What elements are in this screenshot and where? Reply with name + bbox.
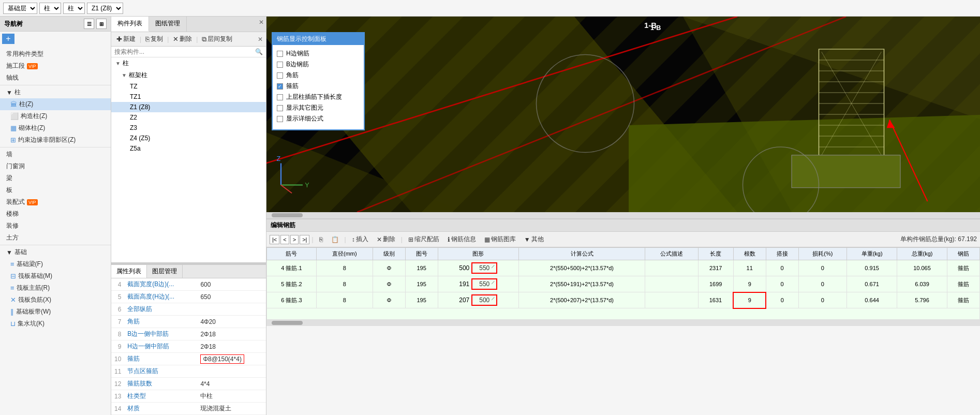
th-steel-type[interactable]: 钢筋 xyxy=(947,248,980,260)
close-middle-top[interactable]: ✕ xyxy=(257,17,266,32)
tree-item-z1z8[interactable]: Z1 (Z8) xyxy=(111,102,266,112)
tab-attrs-list[interactable]: 属性列表 xyxy=(111,265,147,278)
tab-component-list[interactable]: 构件列表 xyxy=(111,17,149,32)
nav-stairs[interactable]: 楼梯 xyxy=(0,208,111,220)
btn-delete-component[interactable]: ✕ 删除 xyxy=(171,34,194,45)
th-overlap[interactable]: 搭接 xyxy=(766,248,798,260)
layer-dropdown[interactable]: 基础层 xyxy=(3,3,37,14)
nav-last[interactable]: >| xyxy=(300,235,309,244)
btn-delete-steel[interactable]: ✕ 删除 xyxy=(373,233,399,245)
nav-add-button[interactable]: + xyxy=(2,34,14,44)
nav-next[interactable]: > xyxy=(290,235,299,244)
nav-beam[interactable]: 梁 xyxy=(0,172,111,184)
close-component-toolbar[interactable]: ✕ xyxy=(258,36,263,43)
nav-foundation-group[interactable]: ▼ 基础 xyxy=(0,246,111,258)
tree-item-column[interactable]: ▼ 柱 xyxy=(111,57,266,69)
checkbox-show-formula[interactable] xyxy=(277,116,283,122)
nav-axis[interactable]: 轴线 xyxy=(0,72,111,84)
sidebar-item-constraint[interactable]: ⊞ 约束边缘非阴影区(Z) xyxy=(0,134,111,146)
nav-earthwork[interactable]: 土方 xyxy=(0,232,111,244)
tab-drawing-management[interactable]: 图纸管理 xyxy=(149,17,187,32)
attr-value-corner[interactable]: 4Φ20 xyxy=(197,316,266,328)
checkbox-upper-insert[interactable] xyxy=(277,94,283,100)
table-row[interactable]: 5 箍筋.2 8 Φ 195 191 550 ⟋ 2*(550+191)+2*(… xyxy=(267,276,980,292)
attr-name-width[interactable]: 截面宽度(B边)(... xyxy=(124,278,197,291)
steel-table-container[interactable]: 筋号 直径(mm) 级别 图号 图形 计算公式 公式描述 长度 根数 搭接 损耗… xyxy=(266,247,980,320)
attr-value-stirrup[interactable]: Φ8@150(4*4) xyxy=(197,353,266,365)
attr-value-all-rebar[interactable] xyxy=(197,303,266,316)
attr-value-b-rebar[interactable]: 2Φ18 xyxy=(197,328,266,340)
sidebar-item-masonry-column[interactable]: ▦ 砌体柱(Z) xyxy=(0,122,111,134)
tree-item-tz1[interactable]: TZ1 xyxy=(111,92,266,102)
attr-name-material[interactable]: 材质 xyxy=(124,403,197,415)
btn-new-component[interactable]: ✚ 新建 xyxy=(114,34,138,45)
tab-layer-management[interactable]: 图层管理 xyxy=(147,265,183,278)
nav-prev[interactable]: < xyxy=(280,235,289,244)
steel-table-scrollbar[interactable] xyxy=(266,320,980,326)
nav-tree-view-btn[interactable]: ⊞ xyxy=(96,19,107,29)
viewport-scrollbar[interactable] xyxy=(266,212,980,218)
sidebar-item-raft[interactable]: ⊟ 筏板基础(M) xyxy=(0,270,111,282)
sidebar-item-construct-column[interactable]: ⬜ 构造柱(Z) xyxy=(0,110,111,122)
btn-copy-component[interactable]: ⎘ 复制 xyxy=(143,34,165,45)
sidebar-item-foundation-beam[interactable]: ≡ 基础梁(F) xyxy=(0,258,111,270)
btn-scale-rebar[interactable]: ⊞ 缩尺配筋 xyxy=(405,233,443,245)
attr-name-corner[interactable]: 角筋 xyxy=(124,316,197,328)
btn-paste-steel[interactable]: 📋 xyxy=(328,234,343,245)
steel-scrollbar-thumb[interactable] xyxy=(272,321,303,325)
th-unit-weight[interactable]: 单重(kg) xyxy=(847,248,897,260)
btn-copy-steel[interactable]: ⎘ xyxy=(316,234,326,245)
th-rebar-num[interactable]: 筋号 xyxy=(267,248,317,260)
tree-item-z5a[interactable]: Z5a xyxy=(111,143,266,154)
attr-value-width[interactable]: 600 xyxy=(197,278,266,291)
th-count[interactable]: 根数 xyxy=(733,248,766,260)
nav-common-types[interactable]: 常用构件类型 xyxy=(0,48,111,60)
nav-wall[interactable]: 墙 xyxy=(0,149,111,160)
btn-other[interactable]: ▼ 其他 xyxy=(521,233,547,245)
table-row[interactable]: 6 箍筋.3 8 Φ 195 207 500 ⟋ 2*(500+207)+2*(… xyxy=(267,292,980,308)
th-shape[interactable]: 图形 xyxy=(438,248,518,260)
btn-insert-steel[interactable]: ↕ 插入 xyxy=(348,233,372,245)
tree-item-z4z5[interactable]: Z4 (Z5) xyxy=(111,133,266,143)
attr-name-stirrup[interactable]: 箍筋 xyxy=(124,353,197,365)
nav-prefab[interactable]: 装配式 VIP xyxy=(0,196,111,208)
attr-value-height[interactable]: 650 xyxy=(197,291,266,303)
tree-item-frame-column[interactable]: ▼ 框架柱 xyxy=(111,69,266,81)
sidebar-item-raft-neg[interactable]: ✕ 筏板负筋(X) xyxy=(0,294,111,306)
btn-interlayer-copy[interactable]: ⧉ 层间复制 xyxy=(200,34,234,45)
sidebar-item-raft-main[interactable]: ≡ 筏板主筋(R) xyxy=(0,282,111,294)
attr-value-col-type[interactable]: 中柱 xyxy=(197,390,266,403)
table-row[interactable]: 4 箍筋.1 8 Φ 195 500 550 ⟋ 2*(550+500)+2*(… xyxy=(267,260,980,276)
th-loss[interactable]: 损耗(%) xyxy=(798,248,847,260)
attr-name-b-rebar[interactable]: B边一侧中部筋 xyxy=(124,328,197,340)
attr-value-stirrup-count[interactable]: 4*4 xyxy=(197,378,266,390)
checkbox-show-other[interactable] xyxy=(277,105,283,111)
sidebar-item-pit[interactable]: ⊔ 集水坑(K) xyxy=(0,318,111,330)
attr-value-node-stirrup[interactable] xyxy=(197,365,266,378)
scrollbar-thumb[interactable] xyxy=(272,213,303,217)
th-formula[interactable]: 计算公式 xyxy=(518,248,645,260)
nav-construction-stage[interactable]: 施工段 VIP xyxy=(0,60,111,72)
checkbox-h-rebar[interactable] xyxy=(277,51,283,57)
component-dropdown[interactable]: Z1 (Z8) xyxy=(87,3,123,14)
tree-item-tz[interactable]: TZ xyxy=(111,81,266,92)
attr-name-all-rebar[interactable]: 全部纵筋 xyxy=(124,303,197,316)
checkbox-corner[interactable] xyxy=(277,72,283,79)
th-diameter[interactable]: 直径(mm) xyxy=(316,248,373,260)
nav-first[interactable]: |< xyxy=(270,235,279,244)
attr-name-node-stirrup[interactable]: 节点区箍筋 xyxy=(124,365,197,378)
component-search-input[interactable] xyxy=(114,48,255,55)
sidebar-item-strip[interactable]: ‖ 基础板带(W) xyxy=(0,306,111,318)
sidebar-item-column-z[interactable]: 🏛 柱(Z) xyxy=(0,98,111,110)
attr-name-height[interactable]: 截面高度(H边)(... xyxy=(124,291,197,303)
btn-steel-library[interactable]: ▦ 钢筋图库 xyxy=(481,233,519,245)
attr-name-stirrup-count[interactable]: 箍筋肢数 xyxy=(124,378,197,390)
th-total-weight[interactable]: 总重(kg) xyxy=(897,248,947,260)
nav-finish[interactable]: 装修 xyxy=(0,220,111,232)
attr-name-h-rebar[interactable]: H边一侧中部筋 xyxy=(124,340,197,353)
nav-slab[interactable]: 板 xyxy=(0,184,111,196)
tree-item-z2[interactable]: Z2 xyxy=(111,112,266,123)
th-length[interactable]: 长度 xyxy=(698,248,733,260)
type-dropdown1[interactable]: 柱 xyxy=(39,3,61,14)
th-formula-desc[interactable]: 公式描述 xyxy=(645,248,698,260)
